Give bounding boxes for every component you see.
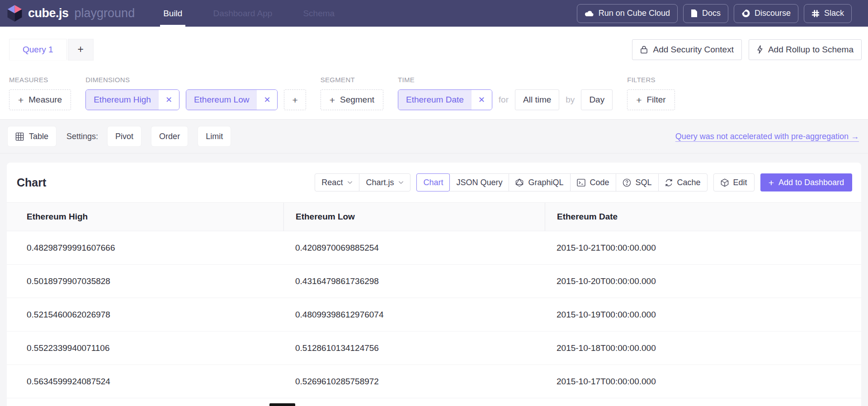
- slack-icon: [811, 9, 820, 18]
- by-label: by: [566, 95, 575, 105]
- add-filter-button[interactable]: + Filter: [627, 89, 675, 110]
- cell-date: 2015-10-20T00:00:00.000: [545, 276, 861, 286]
- brand-name: cube.js: [28, 6, 69, 20]
- tab-sql[interactable]: SQL: [616, 173, 659, 191]
- cell-low: 0.4208970069885254: [283, 243, 545, 253]
- discourse-icon: [741, 9, 750, 18]
- result-table: Ethereum High Ethereum Low Ethereum Date…: [7, 202, 861, 406]
- table-row: 0.5215460062026978 0.48099398612976074 2…: [7, 298, 861, 331]
- column-header-ethereum-date[interactable]: Ethereum Date: [545, 203, 861, 231]
- time-chip-ethereum-date[interactable]: Ethereum Date ✕: [398, 89, 492, 110]
- tab-chart[interactable]: Chart: [416, 173, 450, 191]
- nav-tabs: Build Dashboard App Schema: [160, 0, 338, 27]
- cell-high: 0.5018979907035828: [7, 276, 283, 286]
- dimensions-label: DIMENSIONS: [85, 76, 306, 84]
- query-tab-1[interactable]: Query 1: [9, 39, 67, 61]
- slack-button[interactable]: Slack: [804, 4, 852, 23]
- cubejs-logo-icon: [6, 4, 23, 23]
- column-header-ethereum-high[interactable]: Ethereum High: [7, 203, 283, 231]
- table-grid-icon: [15, 132, 24, 141]
- measures-section: MEASURES + Measure: [9, 76, 71, 110]
- segment-label: SEGMENT: [321, 76, 383, 84]
- question-circle-icon: [623, 178, 631, 187]
- granularity-button[interactable]: Day: [581, 89, 613, 110]
- nav-tab-schema[interactable]: Schema: [300, 0, 338, 27]
- table-view-button[interactable]: Table: [7, 126, 57, 147]
- cell-high: 0.5522339940071106: [7, 343, 283, 353]
- close-icon[interactable]: ✕: [257, 90, 277, 110]
- chart-card: Chart React Chart.js Chart JSO: [7, 163, 861, 406]
- query-tabs-row: Query 1 + Add Security Context Add Rollu…: [0, 27, 868, 66]
- terminal-icon: [577, 179, 585, 187]
- pivot-button[interactable]: Pivot: [107, 126, 142, 147]
- chevron-down-icon: [398, 181, 404, 184]
- nav-tab-build[interactable]: Build: [160, 0, 185, 27]
- sync-icon: [665, 179, 673, 187]
- add-to-dashboard-button[interactable]: + Add to Dashboard: [760, 173, 852, 191]
- table-header-row: Ethereum High Ethereum Low Ethereum Date: [7, 202, 861, 231]
- document-icon: [691, 9, 698, 18]
- order-button[interactable]: Order: [151, 126, 188, 147]
- add-dimension-button[interactable]: +: [284, 89, 306, 110]
- chart-title: Chart: [17, 176, 46, 189]
- cell-low: 0.48099398612976074: [283, 310, 545, 320]
- plus-icon: +: [18, 95, 24, 105]
- time-section: TIME Ethereum Date ✕ for All time by Day: [398, 76, 613, 110]
- nav-tab-dashboard-app[interactable]: Dashboard App: [210, 0, 275, 27]
- framework-select-group: React Chart.js: [315, 173, 410, 191]
- table-row: 0.5634599924087524 0.5269610285758972 20…: [7, 365, 861, 398]
- schema-actions: Add Security Context Add Rollup to Schem…: [632, 39, 862, 60]
- add-segment-button[interactable]: + Segment: [321, 89, 383, 110]
- tab-json-query[interactable]: JSON Query: [449, 173, 509, 191]
- chevron-down-icon: [347, 181, 353, 184]
- table-row: 0.5522339940071106 0.5128610134124756 20…: [7, 331, 861, 365]
- chart-controls: React Chart.js Chart JSON Query: [315, 173, 852, 191]
- tab-code[interactable]: Code: [570, 173, 616, 191]
- view-tabs-group: Chart JSON Query GraphiQL Code: [416, 173, 707, 191]
- time-label: TIME: [398, 76, 613, 84]
- add-security-context-button[interactable]: Add Security Context: [632, 39, 741, 60]
- for-label: for: [499, 95, 509, 105]
- table-row: 0.48298799991607666 0.4208970069885254 2…: [7, 231, 861, 265]
- library-select[interactable]: Chart.js: [359, 173, 410, 191]
- dimensions-section: DIMENSIONS Ethereum High ✕ Ethereum Low …: [85, 76, 306, 110]
- segment-section: SEGMENT + Segment: [321, 76, 383, 110]
- cell-high: 0.48298799991607666: [7, 243, 283, 253]
- plus-icon: +: [636, 95, 642, 105]
- settings-buttons: Pivot Order Limit: [107, 126, 231, 147]
- dimension-chip-ethereum-high[interactable]: Ethereum High ✕: [85, 89, 179, 110]
- dimension-chip-ethereum-low[interactable]: Ethereum Low ✕: [186, 89, 278, 110]
- add-measure-button[interactable]: + Measure: [9, 89, 71, 110]
- preaggregation-link[interactable]: Query was not accelerated with pre-aggre…: [675, 132, 859, 141]
- result-toolbar: Table Settings: Pivot Order Limit Query …: [0, 120, 868, 154]
- framework-select[interactable]: React: [315, 173, 359, 191]
- cloud-icon: [585, 10, 594, 17]
- table-row-partial: [7, 398, 861, 406]
- tab-cache[interactable]: Cache: [658, 173, 708, 191]
- close-icon[interactable]: ✕: [472, 90, 492, 110]
- plus-icon: +: [292, 95, 297, 105]
- close-icon[interactable]: ✕: [159, 90, 179, 110]
- filters-label: FILTERS: [627, 76, 675, 84]
- cell-date: 2015-10-17T00:00:00.000: [545, 377, 861, 387]
- table-row: 0.5018979907035828 0.4316479861736298 20…: [7, 265, 861, 298]
- tab-graphiql[interactable]: GraphiQL: [509, 173, 570, 191]
- navbar: cube.js playground Build Dashboard App S…: [0, 0, 868, 27]
- add-query-tab-button[interactable]: +: [68, 39, 94, 61]
- date-range-button[interactable]: All time: [515, 89, 559, 110]
- cell-low: 0.4316479861736298: [283, 276, 545, 286]
- cell-low: 0.5269610285758972: [283, 377, 545, 387]
- cell-low: 0.5128610134124756: [283, 343, 545, 353]
- limit-button[interactable]: Limit: [198, 126, 231, 147]
- docs-button[interactable]: Docs: [683, 4, 728, 23]
- add-rollup-to-schema-button[interactable]: Add Rollup to Schema: [749, 39, 862, 60]
- column-header-ethereum-low[interactable]: Ethereum Low: [283, 203, 545, 231]
- measures-label: MEASURES: [9, 76, 71, 84]
- filters-section: FILTERS + Filter: [627, 76, 675, 110]
- edit-button[interactable]: Edit: [713, 173, 755, 191]
- graphql-icon: [515, 178, 524, 187]
- run-on-cube-cloud-button[interactable]: Run on Cube Cloud: [577, 4, 678, 23]
- brand[interactable]: cube.js playground: [6, 4, 135, 23]
- plus-icon: +: [769, 178, 774, 187]
- discourse-button[interactable]: Discourse: [734, 4, 798, 23]
